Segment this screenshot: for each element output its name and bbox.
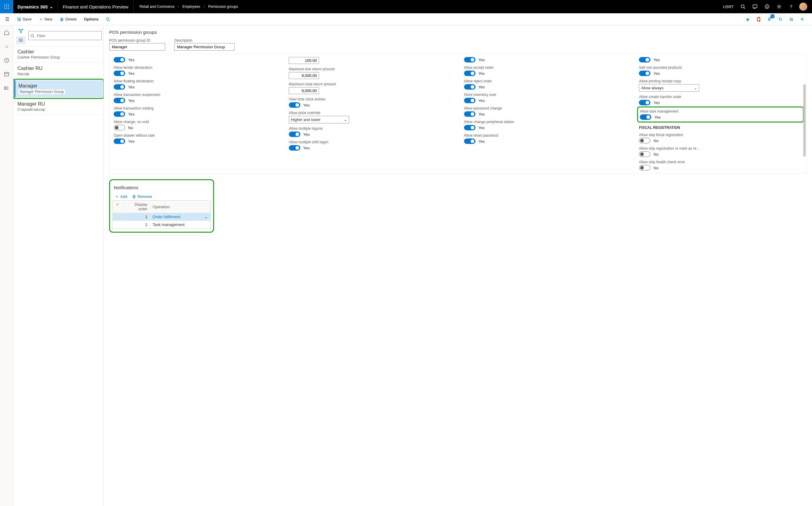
toggle-switch[interactable] [464,139,476,144]
actionbar-search-button[interactable] [103,16,113,23]
id-input[interactable] [109,43,165,51]
table-row[interactable]: 2 Task management [113,221,210,229]
add-button[interactable]: ＋Add [115,194,127,199]
field-label: Allow change, no void [114,120,277,124]
list-item-desc: Кассир [17,72,99,76]
gear-icon[interactable] [774,0,785,13]
help-icon[interactable]: ? [786,0,797,13]
toggle-switch[interactable] [464,125,476,130]
nav-toggle-button[interactable]: ☰ [2,16,13,22]
link-icon[interactable]: ◈ [743,15,752,24]
badge-count: 0 [771,14,775,18]
list-item[interactable]: Manager RU Старший кассир [13,98,103,115]
svg-rect-11 [753,5,757,8]
toggle-switch[interactable] [114,139,125,144]
office-icon[interactable] [754,15,763,24]
cell-operation[interactable]: Task management [150,221,210,229]
home-icon[interactable] [2,28,11,37]
breadcrumb-item[interactable]: Employees [182,5,200,9]
desc-input[interactable] [174,43,234,51]
smiley-icon[interactable] [762,0,773,13]
toggle-switch[interactable] [640,114,651,120]
toggle-switch[interactable] [114,57,125,63]
toggle-switch[interactable] [289,102,300,108]
breadcrumb-item[interactable]: Retail and Commerce [139,5,175,9]
search-icon[interactable] [737,0,749,13]
toggle-switch[interactable] [464,84,476,90]
settings-grid: Yes Allow tender declarationYes Allow fl… [109,54,807,174]
popout-icon[interactable]: ⧉ [787,15,796,24]
workspaces-icon[interactable] [2,69,11,79]
row-checkbox[interactable] [113,221,123,229]
toggle-switch[interactable] [114,98,125,103]
breadcrumb-item[interactable]: Permission groups [208,5,238,9]
options-button[interactable]: Options [81,16,102,23]
breadcrumb: Retail and Commerce Employees Permission… [133,5,238,9]
list-view-icon[interactable] [16,36,25,44]
toggle-value: Yes [128,58,134,62]
filter-input[interactable] [36,33,100,38]
toggle-switch[interactable] [289,132,300,137]
filter-input-wrapper[interactable] [28,31,102,40]
select-receipt-copy[interactable]: Allow always⌄ [639,84,699,92]
toggle-switch[interactable] [639,71,650,76]
select-all-checkbox[interactable]: ✓ [113,201,123,213]
cell-order[interactable]: 1 [123,213,150,221]
svg-point-2 [8,5,9,5]
toggle-switch[interactable] [464,71,476,76]
select-price-override[interactable]: Higher and lower⌄ [289,116,349,123]
col-header-operation[interactable]: Operation [150,201,210,213]
cell-operation[interactable]: Order fulfillment⌄ [150,213,210,221]
toggle-switch[interactable] [639,165,650,170]
new-button[interactable]: ＋ New [36,15,56,23]
user-avatar[interactable] [798,0,809,13]
recent-icon[interactable] [2,56,11,65]
field-label: Allow multiple shift logon [289,140,452,144]
svg-point-8 [8,8,9,9]
toggle-switch[interactable] [639,138,650,143]
number-input[interactable] [289,72,319,79]
brand-dropdown[interactable]: Dynamics 365 ⌄ [13,0,58,13]
refresh-icon[interactable]: ↻ [776,15,785,24]
company-picker[interactable]: USRT [719,5,737,9]
scrollbar[interactable] [803,84,806,157]
remove-button[interactable]: 🗑Remove [132,194,152,199]
app-launcher-button[interactable] [0,0,13,13]
table-row[interactable]: 1 Order fulfillment⌄ [113,213,210,221]
toggle-value: Yes [128,85,134,89]
toggle-switch[interactable] [114,125,125,130]
toggle-switch[interactable] [464,98,476,103]
number-input[interactable] [289,57,319,64]
list-item[interactable]: Cashier RU Кассир [13,63,103,79]
favorites-icon[interactable]: ☆ [2,41,11,51]
toggle-value: Yes [479,125,485,130]
close-icon[interactable]: ✕ [798,15,807,24]
attachments-button[interactable]: 0 [765,15,774,24]
svg-point-6 [5,8,5,9]
toggle-value: Yes [479,58,485,62]
col-header-order[interactable]: Display order [123,201,150,213]
toggle-switch[interactable] [289,145,300,151]
list-item-desc: Manager Permission Group [18,89,65,94]
toggle-switch[interactable] [639,57,650,63]
list-item[interactable]: Cashier Cashier Permission Group [13,46,103,63]
field-label: Allow accept order [464,66,627,70]
list-item-selected[interactable]: Manager Manager Permission Group [14,80,103,97]
delete-button[interactable]: 🗑 Delete [57,16,80,23]
toggle-switch[interactable] [114,84,125,90]
toggle-switch[interactable] [464,57,476,63]
toggle-switch[interactable] [639,100,650,105]
filter-funnel-icon[interactable] [16,27,25,35]
toggle-switch[interactable] [114,71,125,76]
row-checkbox[interactable] [113,213,123,221]
list-item-title: Cashier RU [17,66,99,71]
toggle-switch[interactable] [639,152,650,157]
number-input[interactable] [289,87,319,94]
toggle-switch[interactable] [464,111,476,117]
list-item-desc: Cashier Permission Group [17,55,99,60]
save-button[interactable]: 🖫 Save [14,16,35,23]
toggle-switch[interactable] [114,111,125,117]
cell-order[interactable]: 2 [123,221,150,229]
modules-icon[interactable] [2,83,11,93]
chat-icon[interactable] [749,0,761,13]
